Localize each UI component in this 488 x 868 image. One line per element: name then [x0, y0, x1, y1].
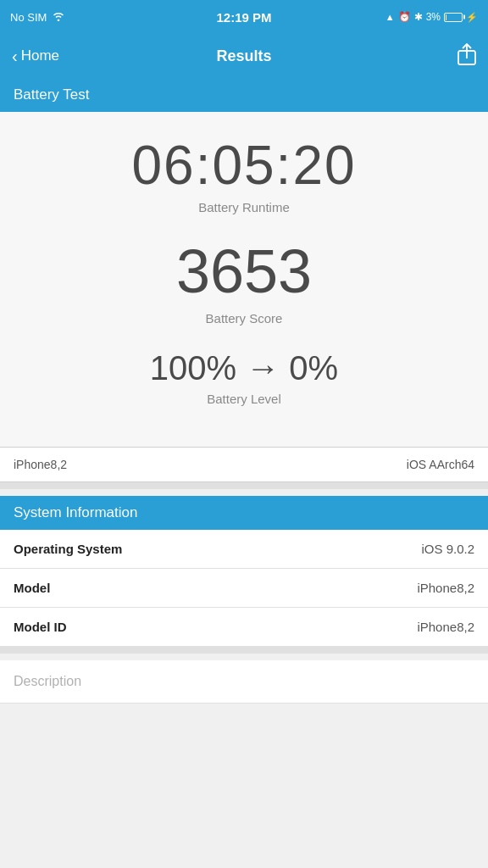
runtime-value: 06:05:20: [14, 136, 474, 195]
alarm-icon: ⏰: [398, 11, 411, 23]
table-row: Model iPhone8,2: [0, 569, 488, 608]
status-time: 12:19 PM: [216, 10, 271, 25]
battery-test-label: Battery Test: [14, 86, 89, 103]
status-bar: No SIM 12:19 PM ▲ ⏰ ✱ 3% ⚡: [0, 0, 488, 34]
status-left: No SIM: [10, 11, 65, 24]
device-model: iPhone8,2: [14, 458, 67, 471]
share-button[interactable]: [458, 43, 476, 70]
model-value: iPhone8,2: [417, 581, 474, 595]
level-value: 100% → 0%: [14, 349, 474, 387]
nav-title: Results: [216, 47, 271, 65]
device-info-row: iPhone8,2 iOS AArch64: [0, 447, 488, 482]
chevron-left-icon: ‹: [12, 47, 18, 64]
sys-info-label: System Information: [14, 504, 137, 520]
battery-test-header: Battery Test: [0, 78, 488, 112]
results-area: 06:05:20 Battery Runtime 3653 Battery Sc…: [0, 112, 488, 447]
score-value: 3653: [14, 238, 474, 305]
wifi-icon: [52, 11, 65, 24]
location-icon: ▲: [385, 12, 395, 22]
info-table: Operating System iOS 9.0.2 Model iPhone8…: [0, 530, 488, 647]
battery-percent: 3%: [426, 11, 441, 23]
score-block: 3653 Battery Score: [14, 238, 474, 325]
os-label: Operating System: [14, 542, 122, 556]
level-label: Battery Level: [14, 392, 474, 406]
model-label: Model: [14, 581, 50, 595]
score-label: Battery Score: [14, 311, 474, 326]
battery-icon: [444, 13, 463, 22]
runtime-block: 06:05:20 Battery Runtime: [14, 136, 474, 214]
charging-icon: ⚡: [466, 12, 478, 23]
back-button[interactable]: ‹ Home: [12, 47, 59, 64]
os-value: iOS 9.0.2: [421, 542, 474, 556]
back-label: Home: [21, 47, 59, 64]
section-divider: [0, 482, 488, 489]
model-id-value: iPhone8,2: [417, 620, 474, 634]
table-row: Operating System iOS 9.0.2: [0, 530, 488, 569]
status-right: ▲ ⏰ ✱ 3% ⚡: [385, 11, 478, 23]
description-placeholder[interactable]: Description: [14, 674, 81, 688]
runtime-label: Battery Runtime: [14, 200, 474, 214]
bluetooth-icon: ✱: [414, 11, 423, 23]
sys-info-header: System Information: [0, 496, 488, 530]
device-arch: iOS AArch64: [407, 458, 474, 471]
no-sim-label: No SIM: [10, 11, 47, 24]
nav-bar: ‹ Home Results: [0, 34, 488, 78]
table-row: Model ID iPhone8,2: [0, 608, 488, 647]
model-id-label: Model ID: [14, 620, 67, 634]
section-divider-2: [0, 647, 488, 654]
description-row: Description: [0, 660, 488, 704]
level-block: 100% → 0% Battery Level: [14, 349, 474, 406]
